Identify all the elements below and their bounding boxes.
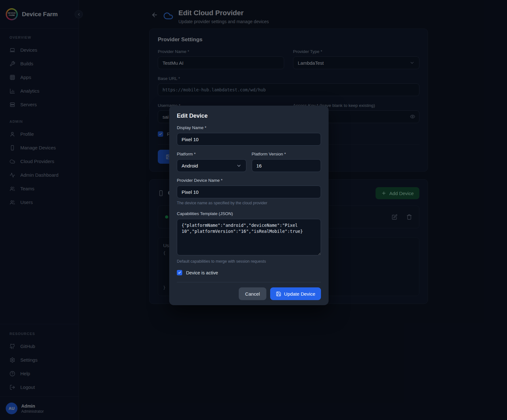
cancel-button[interactable]: Cancel [239,287,266,300]
display-name-label: Display Name * [177,125,321,130]
platform-label: Platform * [177,152,246,156]
device-active-checkbox[interactable] [177,270,182,275]
platform-select[interactable]: Android [177,159,246,172]
capabilities-label: Capabilities Template (JSON) [177,211,321,216]
chevron-down-icon [236,163,242,168]
device-active-label: Device is active [186,270,218,275]
provider-device-name-help: The device name as specified by the clou… [177,201,321,205]
modal-title: Edit Device [177,113,321,119]
provider-device-name-label: Provider Device Name * [177,178,321,183]
platform-value: Android [182,163,198,168]
display-name-input[interactable] [177,133,321,146]
capabilities-help: Default capabilities to merge with sessi… [177,259,321,264]
platform-version-label: Platform Version * [252,152,321,156]
platform-version-input[interactable] [252,159,321,172]
save-icon [276,291,281,297]
update-device-button[interactable]: Update Device [270,287,321,300]
check-icon [178,271,181,274]
edit-device-modal: Edit Device Display Name * Platform * An… [169,106,329,305]
divider [177,282,321,282]
capabilities-textarea[interactable]: {"platformName":"android","deviceName":"… [177,219,321,255]
update-device-label: Update Device [284,291,315,297]
provider-device-name-input[interactable] [177,186,321,198]
